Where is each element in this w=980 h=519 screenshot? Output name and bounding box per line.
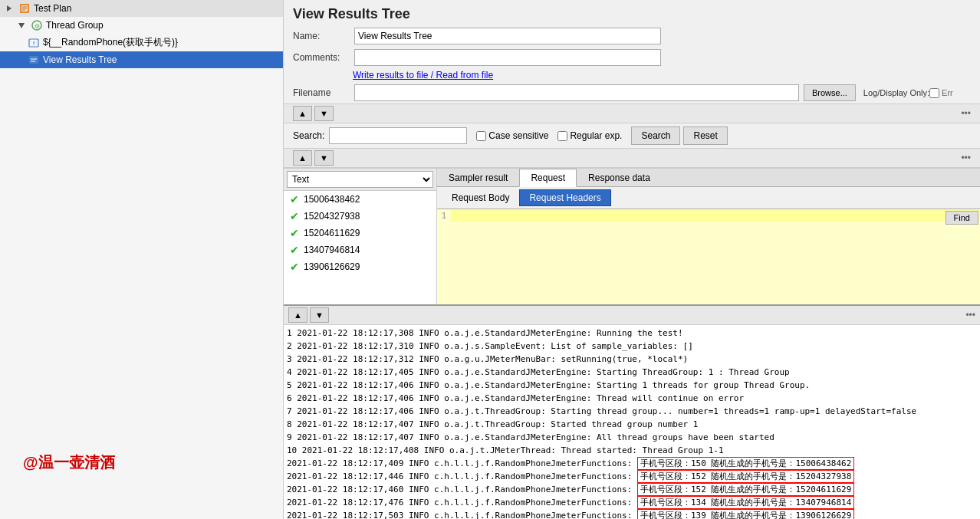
comments-label: Comments: (293, 52, 354, 63)
search-input[interactable] (329, 127, 467, 144)
log-line-4: 4 2021-01-22 18:12:17,405 INFO o.a.j.e.S… (287, 366, 977, 379)
svg-text:⚙: ⚙ (35, 23, 40, 30)
log-line-2: 2 2021-01-22 18:12:17,310 INFO o.a.j.s.S… (287, 340, 977, 353)
list-item-3[interactable]: ✔13407946814 (284, 241, 436, 258)
browse-button[interactable]: Browse... (804, 84, 856, 101)
tab-request[interactable]: Request (519, 169, 577, 187)
log-line-14: 2021-01-22 18:12:17,476 INFO c.h.l.l.j.f… (287, 496, 977, 509)
log-line-6: 6 2021-01-22 18:12:17,406 INFO o.a.j.e.S… (287, 392, 977, 405)
case-sensitive-label[interactable]: Case sensitive (476, 130, 548, 141)
log-line-1: 1 2021-01-22 18:12:17,308 INFO o.a.j.e.S… (287, 327, 977, 340)
comments-input[interactable] (354, 49, 661, 66)
check-icon-1: ✔ (290, 210, 299, 222)
log-line-13: 2021-01-22 18:12:17,460 INFO c.h.l.l.j.f… (287, 483, 977, 496)
check-icon-0: ✔ (290, 193, 299, 205)
search-label: Search: (293, 130, 324, 141)
log-line-10: 10 2021-01-22 18:12:17,408 INFO o.a.j.t.… (287, 444, 977, 457)
list-item-4[interactable]: ✔13906126629 (284, 258, 436, 275)
toolbar-row-2: ▲ ▼ ••• (284, 148, 980, 168)
log-toolbar-dots: ••• (965, 310, 975, 320)
tree-item-test-plan-label: Test Plan (34, 3, 71, 14)
tree-item-test-plan[interactable]: Test Plan (0, 0, 283, 17)
tree-item-random-phone-label: ${__RandomPhone(获取手机号)} (43, 36, 178, 49)
text-dropdown[interactable]: Text JSON XML (287, 171, 433, 188)
filename-label: Filename (293, 87, 354, 98)
log-line-7: 7 2021-01-22 18:12:17,406 INFO o.a.j.t.T… (287, 405, 977, 418)
log-panel: ▲ ▼ ••• 1 2021-01-22 18:12:17,308 INFO o… (284, 304, 980, 519)
comments-row: Comments: (284, 47, 980, 68)
log-display-label: Log/Display Only: (863, 88, 929, 97)
phone-number-0: 15006438462 (304, 194, 360, 205)
log-line-3: 3 2021-01-22 18:12:17,312 INFO o.a.g.u.J… (287, 353, 977, 366)
toolbar-dots-1: ••• (961, 108, 971, 119)
results-tree-icon (28, 54, 40, 66)
down-arrow-btn[interactable]: ▼ (314, 106, 334, 121)
tree-item-view-results[interactable]: View Results Tree (0, 51, 283, 68)
check-icon-3: ✔ (290, 244, 299, 256)
filename-row: Filename Browse... Log/Display Only: Err (284, 82, 980, 103)
tabs-bar: Sampler result Request Response data (437, 169, 980, 187)
log-line-11: 2021-01-22 18:12:17,409 INFO c.h.l.l.j.f… (287, 457, 977, 470)
testplan-icon (18, 2, 31, 15)
search-row: Search: Case sensitive Regular exp. Sear… (284, 123, 980, 148)
result-panel: Sampler result Request Response data Req… (437, 169, 980, 304)
function-icon: f (28, 37, 40, 49)
log-line-15: 2021-01-22 18:12:17,503 INFO c.h.l.l.j.f… (287, 509, 977, 519)
threadgroup-icon: ⚙ (31, 19, 43, 31)
check-icon-2: ✔ (290, 227, 299, 239)
tab-response-data[interactable]: Response data (577, 169, 662, 186)
name-input[interactable] (354, 28, 661, 44)
line-number-1: 1 (437, 209, 451, 222)
left-tree-panel: Test Plan ⚙ Thread Group f ${__RandomPho… (0, 0, 284, 519)
view-title: View Results Tree (284, 0, 980, 25)
svg-text:f: f (33, 40, 35, 47)
list-item-0[interactable]: ✔15006438462 (284, 191, 436, 208)
list-panel: Text JSON XML ✔15006438462✔15204327938✔1… (284, 169, 437, 304)
filename-input[interactable] (354, 84, 799, 101)
check-icon-4: ✔ (290, 261, 299, 273)
reset-button[interactable]: Reset (683, 126, 727, 145)
svg-marker-5 (18, 23, 25, 28)
svg-rect-10 (29, 56, 38, 64)
search-button[interactable]: Search (631, 126, 680, 145)
find-button[interactable]: Find (945, 211, 978, 225)
right-panel: View Results Tree Name: Comments: Write … (284, 0, 980, 519)
name-label: Name: (293, 31, 354, 41)
tree-item-view-results-label: View Results Tree (43, 54, 117, 65)
write-results-row: Write results to file / Read from file (284, 68, 980, 82)
errors-label: Err (942, 88, 953, 97)
up-arrow-btn-2[interactable]: ▲ (293, 150, 312, 166)
list-item-2[interactable]: ✔15204611629 (284, 225, 436, 241)
phone-number-1: 15204327938 (304, 211, 360, 222)
log-line-9: 9 2021-01-22 18:12:17,407 INFO o.a.j.e.S… (287, 431, 977, 444)
tab-sampler-result[interactable]: Sampler result (437, 169, 519, 186)
list-item-1[interactable]: ✔15204327938 (284, 208, 436, 225)
collapse-arrow-icon (15, 19, 28, 31)
regular-exp-label[interactable]: Regular exp. (557, 130, 622, 141)
phone-number-2: 15204611629 (304, 228, 360, 238)
log-line-12: 2021-01-22 18:12:17,446 INFO c.h.l.l.j.f… (287, 470, 977, 483)
results-list: ✔15006438462✔15204327938✔15204611629✔134… (284, 191, 436, 304)
tree-item-thread-group[interactable]: ⚙ Thread Group (0, 17, 283, 34)
log-up-btn[interactable]: ▲ (288, 307, 307, 323)
tree-item-thread-group-label: Thread Group (46, 20, 104, 31)
result-content-area: Find 1 (437, 209, 980, 304)
log-toolbar: ▲ ▼ ••• (284, 306, 980, 325)
down-arrow-btn-2[interactable]: ▼ (314, 150, 334, 166)
log-down-btn[interactable]: ▼ (310, 307, 329, 323)
phone-number-4: 13906126629 (304, 261, 360, 272)
errors-checkbox[interactable] (929, 88, 939, 98)
subtab-request-headers[interactable]: Request Headers (519, 189, 610, 206)
regular-exp-checkbox[interactable] (557, 131, 567, 141)
log-content[interactable]: 1 2021-01-22 18:12:17,308 INFO o.a.j.e.S… (284, 325, 980, 519)
subtab-request-body[interactable]: Request Body (442, 189, 519, 206)
toolbar-row-1: ▲ ▼ ••• (284, 103, 980, 123)
case-sensitive-checkbox[interactable] (476, 131, 486, 141)
up-arrow-btn[interactable]: ▲ (293, 106, 312, 121)
result-line-1: 1 (437, 209, 980, 222)
main-content-area: Text JSON XML ✔15006438462✔15204327938✔1… (284, 168, 980, 304)
tree-item-random-phone[interactable]: f ${__RandomPhone(获取手机号)} (0, 34, 283, 51)
svg-marker-0 (7, 5, 12, 11)
write-results-link[interactable]: Write results to file / Read from file (353, 70, 493, 80)
toolbar-dots-2: ••• (961, 153, 971, 163)
